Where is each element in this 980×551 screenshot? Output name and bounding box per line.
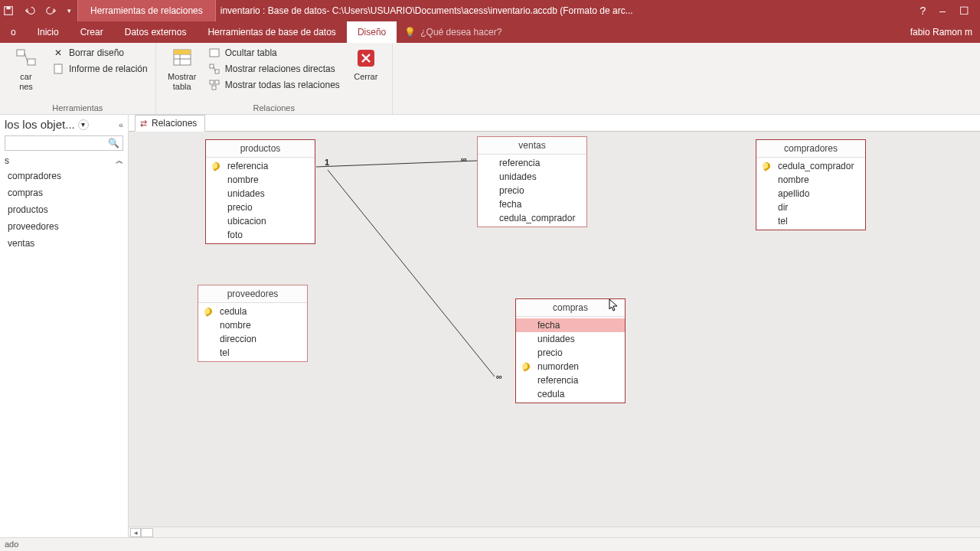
scroll-left-icon[interactable]: ◂ xyxy=(130,528,141,537)
relationships-canvas[interactable]: 1 ∞ ∞ productos referencia nombre unidad… xyxy=(129,131,980,527)
tab-file[interactable]: o xyxy=(0,21,27,43)
nav-group-header[interactable]: s ︽ xyxy=(0,152,128,168)
minimize-icon[interactable]: – xyxy=(939,5,946,17)
direct-relationships-button[interactable]: Mostrar relaciones directas xyxy=(207,62,341,76)
field-precio[interactable]: precio xyxy=(478,184,586,197)
nav-item-compradores[interactable]: compradores xyxy=(0,168,128,184)
document-tab-relaciones[interactable]: ⇄ Relaciones xyxy=(135,115,205,132)
field-ubicacion[interactable]: ubicacion xyxy=(206,214,315,228)
nav-dropdown-icon[interactable]: ▾ xyxy=(78,119,89,130)
maximize-icon[interactable]: ☐ xyxy=(959,5,969,17)
tab-diseno[interactable]: Diseño xyxy=(347,21,397,43)
horizontal-scrollbar[interactable]: ◂ xyxy=(129,527,980,537)
field-foto[interactable]: foto xyxy=(206,228,315,242)
field-cedula[interactable]: cedula xyxy=(198,305,307,318)
field-nombre[interactable]: nombre xyxy=(756,173,865,187)
undo-icon[interactable] xyxy=(24,5,35,16)
tab-datos-externos[interactable]: Datos externos xyxy=(114,21,198,43)
field-direccion[interactable]: direccion xyxy=(198,332,307,346)
svg-line-20 xyxy=(328,170,495,377)
field-precio[interactable]: precio xyxy=(206,201,315,214)
qat-dropdown-icon[interactable]: ▾ xyxy=(67,7,71,15)
tab-crear[interactable]: Crear xyxy=(70,21,114,43)
nav-header[interactable]: los los objet... ▾ « xyxy=(0,115,128,134)
field-apellido[interactable]: apellido xyxy=(756,187,865,201)
field-fecha[interactable]: fecha xyxy=(478,197,586,211)
tab-inicio[interactable]: Inicio xyxy=(27,21,70,43)
svg-rect-11 xyxy=(210,49,219,57)
svg-rect-3 xyxy=(28,59,35,65)
nav-collapse-icon[interactable]: « xyxy=(119,120,123,129)
field-cedula-comprador[interactable]: cedula_comprador xyxy=(478,211,586,225)
clear-layout-icon: ✕ xyxy=(52,47,64,59)
close-icon xyxy=(354,46,378,70)
field-nombre[interactable]: nombre xyxy=(198,318,307,332)
field-referencia[interactable]: referencia xyxy=(516,373,625,387)
field-cedula-comprador[interactable]: cedula_comprador xyxy=(756,159,865,173)
relationship-report-button[interactable]: Informe de relación xyxy=(51,62,149,76)
edit-relationships-icon xyxy=(14,46,38,70)
lightbulb-icon: 💡 xyxy=(404,27,416,37)
hide-table-button[interactable]: Ocultar tabla xyxy=(207,46,341,60)
ribbon-group-relaciones: Mostrar tabla Ocultar tabla Mostrar rela… xyxy=(156,43,393,114)
clear-layout-button[interactable]: ✕ Borrar diseño xyxy=(51,46,149,60)
field-unidades[interactable]: unidades xyxy=(478,170,586,184)
table-compradores[interactable]: compradores cedula_comprador nombre apel… xyxy=(756,139,866,230)
scroll-thumb[interactable] xyxy=(141,528,153,537)
table-header: productos xyxy=(206,140,315,158)
group-label-herramientas: Herramientas xyxy=(6,102,149,112)
field-cedula[interactable]: cedula xyxy=(516,387,625,401)
table-header: ventas xyxy=(478,137,586,155)
field-tel[interactable]: tel xyxy=(756,214,865,228)
work-area: los los objet... ▾ « 🔍 s ︽ compradores c… xyxy=(0,115,980,537)
table-compras[interactable]: compras fecha unidades precio numorden r… xyxy=(515,298,626,403)
tell-me-box[interactable]: 💡 xyxy=(397,21,902,43)
table-productos[interactable]: productos referencia nombre unidades pre… xyxy=(205,139,315,244)
table-header: compradores xyxy=(756,140,865,158)
contextual-tab-label: Herramientas de relaciones xyxy=(77,0,216,21)
table-proveedores[interactable]: proveedores cedula nombre direccion tel xyxy=(198,285,308,362)
field-unidades[interactable]: unidades xyxy=(206,187,315,201)
field-referencia[interactable]: referencia xyxy=(478,156,586,170)
field-unidades[interactable]: unidades xyxy=(516,332,625,346)
ribbon-group-herramientas: car nes ✕ Borrar diseño Informe de relac… xyxy=(0,43,156,114)
user-name[interactable]: fabio Ramon m xyxy=(903,21,980,43)
all-relationships-button[interactable]: Mostrar todas las relaciones xyxy=(207,78,341,92)
tell-me-input[interactable] xyxy=(420,27,573,37)
table-ventas[interactable]: ventas referencia unidades precio fecha … xyxy=(477,136,587,227)
svg-line-19 xyxy=(316,161,477,167)
collapse-group-icon[interactable]: ︽ xyxy=(116,155,123,166)
help-icon[interactable]: ? xyxy=(920,5,926,17)
field-precio[interactable]: precio xyxy=(516,346,625,360)
canvas-container: ⇄ Relaciones 1 ∞ ∞ productos referencia … xyxy=(129,115,980,537)
svg-rect-12 xyxy=(210,64,214,68)
save-icon[interactable] xyxy=(3,5,14,16)
nav-item-proveedores[interactable]: proveedores xyxy=(0,218,128,235)
redo-icon[interactable] xyxy=(46,5,57,16)
all-rel-icon xyxy=(208,79,220,91)
nav-title: los los objet... xyxy=(5,118,75,131)
edit-relationships-button[interactable]: car nes xyxy=(6,46,46,91)
mouse-cursor-icon xyxy=(609,298,619,312)
field-tel[interactable]: tel xyxy=(198,346,307,360)
tab-herramientas-bd[interactable]: Herramientas de base de datos xyxy=(197,21,346,43)
nav-item-ventas[interactable]: ventas xyxy=(0,235,128,252)
table-header: proveedores xyxy=(198,285,307,303)
svg-rect-16 xyxy=(215,80,219,84)
svg-rect-5 xyxy=(54,64,62,73)
field-numorden[interactable]: numorden xyxy=(516,360,625,373)
field-fecha[interactable]: fecha xyxy=(516,318,625,332)
close-button[interactable]: Cerrar xyxy=(346,46,386,82)
svg-line-14 xyxy=(214,67,215,71)
nav-item-compras[interactable]: compras xyxy=(0,184,128,201)
ribbon-tabs: o Inicio Crear Datos externos Herramient… xyxy=(0,21,980,43)
field-referencia[interactable]: referencia xyxy=(206,159,315,173)
nav-search[interactable]: 🔍 xyxy=(5,135,123,151)
field-nombre[interactable]: nombre xyxy=(206,173,315,187)
hide-table-icon xyxy=(208,47,220,59)
field-dir[interactable]: dir xyxy=(756,201,865,214)
nav-item-productos[interactable]: productos xyxy=(0,201,128,218)
show-table-button[interactable]: Mostrar tabla xyxy=(162,46,202,91)
relationships-tab-icon: ⇄ xyxy=(140,119,147,129)
window-title: inventario : Base de datos- C:\Users\USU… xyxy=(216,5,910,16)
